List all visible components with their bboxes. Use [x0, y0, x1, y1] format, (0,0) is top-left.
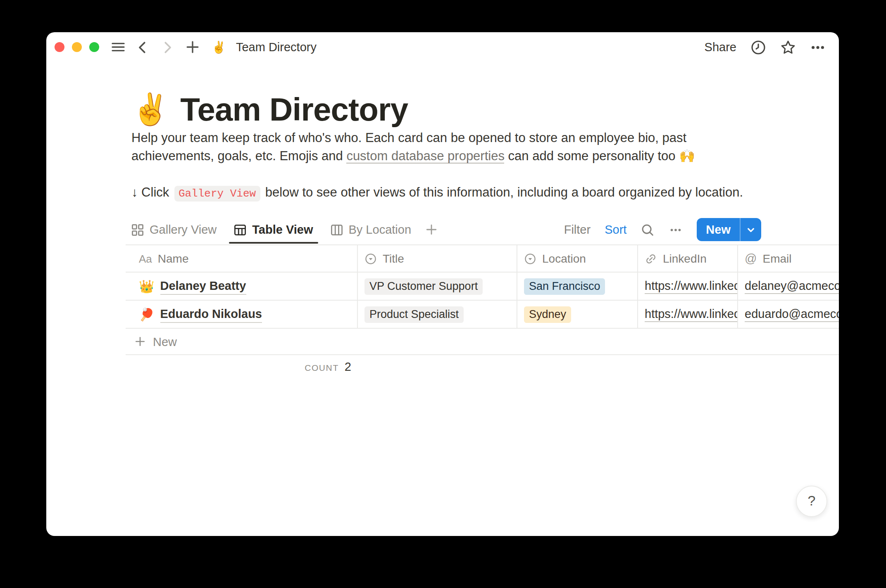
- title-tag: VP Customer Support: [364, 278, 483, 294]
- count-value: 2: [345, 360, 351, 373]
- help-button[interactable]: ?: [796, 486, 827, 517]
- table-row: 👑 Delaney Beatty VP Customer Support San…: [126, 273, 839, 301]
- zoom-window-button[interactable]: [89, 42, 99, 52]
- add-view-button[interactable]: [424, 223, 438, 236]
- count-label: COUNT: [305, 363, 339, 372]
- back-button[interactable]: [135, 39, 150, 55]
- column-header-title[interactable]: Title: [358, 245, 517, 272]
- linkedin-link[interactable]: https://www.linkedin: [645, 306, 738, 322]
- view-tabs: Gallery View Table View By Location: [131, 216, 411, 244]
- database-table: Aa Name Title Location: [126, 244, 839, 355]
- cell-name[interactable]: 🏓 Eduardo Nikolaus: [126, 301, 358, 328]
- row-page-link[interactable]: Eduardo Nikolaus: [160, 306, 262, 322]
- tab-label: By Location: [348, 223, 411, 236]
- titlebar-actions: Share: [705, 32, 826, 62]
- page-title[interactable]: Team Directory: [180, 88, 408, 131]
- cell-linkedin[interactable]: https://www.linkedin: [638, 273, 738, 300]
- inline-code: Gallery View: [174, 186, 260, 202]
- cell-linkedin[interactable]: https://www.linkedin: [638, 301, 738, 328]
- filter-button[interactable]: Filter: [564, 223, 591, 236]
- plus-icon: [185, 40, 200, 55]
- cell-location[interactable]: San Francisco: [517, 273, 638, 300]
- chevron-down-icon: [745, 224, 756, 235]
- row-page-link[interactable]: Delaney Beatty: [160, 278, 246, 294]
- cell-email[interactable]: delaney@acmecor: [738, 273, 839, 300]
- cell-name[interactable]: 👑 Delaney Beatty: [126, 273, 358, 300]
- search-icon: [641, 223, 655, 237]
- text-property-icon: Aa: [139, 252, 152, 265]
- nav-controls: ✌️ Team Directory: [110, 32, 317, 62]
- board-icon: [330, 223, 343, 236]
- email-link[interactable]: eduardo@acmeco: [745, 306, 839, 322]
- share-button[interactable]: Share: [705, 40, 736, 54]
- chevron-right-icon: [160, 40, 174, 54]
- updates-button[interactable]: [750, 39, 766, 55]
- traffic-lights: [55, 42, 99, 52]
- down-arrow-icon: ↓: [131, 185, 138, 199]
- view-bar: Gallery View Table View By Location: [131, 216, 761, 244]
- new-button-main[interactable]: New: [697, 218, 740, 241]
- forward-button[interactable]: [160, 39, 175, 55]
- minimize-window-button[interactable]: [72, 42, 82, 52]
- tab-table-view[interactable]: Table View: [234, 216, 313, 244]
- view-options-button[interactable]: [669, 223, 683, 237]
- description-text: can add some personality too 🙌: [505, 148, 695, 162]
- table-header-row: Aa Name Title Location: [126, 244, 839, 273]
- page-header: ✌️ Team Directory: [131, 88, 408, 131]
- page-emoji[interactable]: ✌️: [131, 88, 169, 131]
- new-row-button[interactable]: New: [126, 329, 839, 355]
- tab-gallery-view[interactable]: Gallery View: [131, 216, 217, 244]
- row-page-emoji: 👑: [139, 279, 154, 294]
- cell-location[interactable]: Sydney: [517, 301, 638, 328]
- column-label: Email: [762, 252, 791, 265]
- tab-by-location[interactable]: By Location: [330, 216, 411, 244]
- question-mark-icon: ?: [808, 493, 816, 510]
- ellipsis-icon: [669, 223, 683, 237]
- clock-icon: [750, 39, 766, 55]
- tab-label: Table View: [252, 223, 313, 236]
- table-footer-count[interactable]: COUNT 2: [126, 360, 358, 373]
- link-property-icon: [645, 252, 657, 265]
- select-property-icon: [364, 252, 377, 265]
- callout-text: below to see other views of this informa…: [262, 185, 743, 199]
- more-options-button[interactable]: [810, 39, 826, 55]
- sidebar-toggle-button[interactable]: [110, 39, 126, 55]
- title-tag: Product Specialist: [364, 306, 464, 322]
- favorite-button[interactable]: [780, 39, 796, 55]
- new-record-button: New: [697, 218, 761, 241]
- column-header-linkedin[interactable]: LinkedIn: [638, 245, 738, 272]
- select-property-icon: [524, 252, 536, 265]
- breadcrumb-page-emoji: ✌️: [212, 40, 226, 54]
- callout-line: ↓ Click Gallery View below to see other …: [131, 183, 793, 204]
- new-button-dropdown[interactable]: [741, 218, 761, 241]
- description-link[interactable]: custom database properties: [346, 148, 505, 163]
- column-label: LinkedIn: [663, 252, 707, 265]
- tab-label: Gallery View: [150, 223, 217, 236]
- breadcrumb-page-title[interactable]: Team Directory: [236, 40, 317, 54]
- email-link[interactable]: delaney@acmecor: [745, 278, 839, 294]
- new-row-label: New: [153, 335, 177, 348]
- view-controls: Filter Sort New: [564, 218, 761, 241]
- desktop: ✌️ Team Directory Share: [0, 0, 886, 588]
- cell-email[interactable]: eduardo@acmeco: [738, 301, 839, 328]
- email-property-icon: @: [745, 252, 757, 265]
- column-header-email[interactable]: @ Email: [738, 245, 839, 272]
- new-page-button[interactable]: [184, 39, 200, 55]
- chevron-left-icon: [136, 40, 150, 54]
- close-window-button[interactable]: [55, 42, 64, 52]
- linkedin-link[interactable]: https://www.linkedin: [645, 278, 738, 294]
- search-button[interactable]: [641, 223, 655, 237]
- star-icon: [780, 39, 796, 55]
- column-label: Title: [383, 252, 404, 265]
- sort-button[interactable]: Sort: [605, 223, 626, 236]
- column-header-name[interactable]: Aa Name: [126, 245, 358, 272]
- hamburger-icon: [110, 40, 125, 55]
- cell-title[interactable]: VP Customer Support: [358, 273, 517, 300]
- column-header-location[interactable]: Location: [517, 245, 638, 272]
- ellipsis-icon: [810, 39, 826, 55]
- row-page-emoji: 🏓: [139, 307, 154, 322]
- cell-title[interactable]: Product Specialist: [358, 301, 517, 328]
- notion-window: ✌️ Team Directory Share: [46, 32, 839, 536]
- gallery-icon: [131, 223, 144, 236]
- column-label: Location: [542, 252, 586, 265]
